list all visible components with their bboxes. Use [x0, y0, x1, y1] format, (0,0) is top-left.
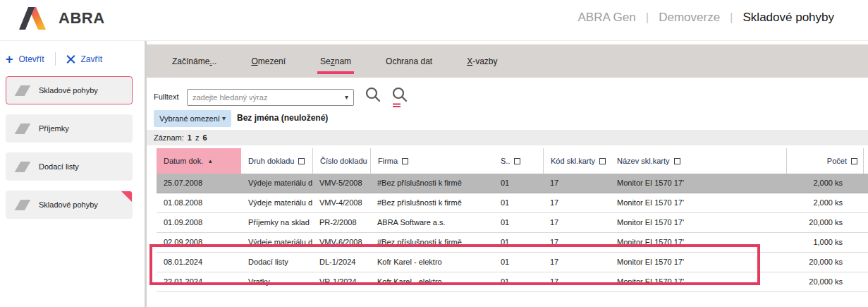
sidebar-item-prijemky[interactable]: Příjemky: [6, 114, 133, 143]
tab-seznam[interactable]: Seznam: [320, 56, 351, 66]
column-options-icon: [674, 158, 680, 164]
cell-firma: Kofr Karel - elektro: [370, 272, 494, 291]
table-row[interactable]: 25.07.2008 Výdeje materiálu do vý VMV-5/…: [157, 174, 868, 193]
sidebar-toolbar: + Otevřít Zavřít: [6, 52, 102, 66]
abra-logo-icon: [14, 7, 52, 30]
record-current: 1: [188, 133, 192, 142]
search-button[interactable]: [364, 85, 385, 108]
restriction-dropdown-button[interactable]: Vybrané omezení ▾: [154, 110, 231, 127]
sidebar-item-label: Dodací listy: [39, 162, 79, 171]
cell-datum-dok: 02.09.2008: [157, 233, 241, 252]
sort-asc-icon: ▲: [207, 158, 213, 164]
cell-firma: #Bez příslušnosti k firmě: [370, 233, 494, 252]
column-options-icon: [599, 158, 606, 164]
cell-druh-dokladu: Příjemky na sklad: [241, 213, 312, 232]
cell-sklad: 01: [494, 174, 543, 193]
table-row[interactable]: 01.08.2008 Výdeje materiálu do vý VMV-4/…: [157, 193, 868, 213]
tab-x-vazby[interactable]: X-vazby: [467, 56, 497, 66]
column-header-pocet[interactable]: Počet: [786, 148, 864, 174]
parallelogram-icon: [15, 200, 31, 210]
search-underline-icon: [391, 85, 409, 107]
fulltext-placeholder: zadejte hledaný výraz: [192, 93, 267, 102]
chevron-down-icon: ▾: [345, 94, 348, 101]
column-header-s[interactable]: S..: [494, 148, 543, 174]
open-button-label: Otevřít: [19, 54, 44, 64]
cell-nazev-skl-karty: Monitor EI 1570 17': [610, 253, 786, 272]
cell-druh-dokladu: Výdeje materiálu do vý: [241, 233, 312, 252]
cell-pocet: 20,000 ks: [786, 272, 868, 291]
cell-firma: ABRA Software a.s.: [370, 213, 494, 232]
cell-firma: #Bez příslušnosti k firmě: [370, 174, 494, 193]
cell-nazev-skl-karty: Monitor EI 1570 17': [610, 193, 786, 212]
plus-icon: +: [6, 55, 13, 64]
chevron-down-icon: ▾: [222, 115, 226, 122]
environment-label: Demoverze: [659, 11, 720, 25]
restriction-button-label: Vybrané omezení: [159, 114, 220, 123]
cell-cislo-dokladu: VMV-5/2008: [312, 174, 370, 193]
fulltext-label: Fulltext: [154, 92, 178, 101]
cell-kod-skl-karty: 17: [543, 213, 610, 232]
cell-datum-dok: 25.07.2008: [157, 174, 241, 193]
fulltext-input[interactable]: zadejte hledaný výraz ▾: [187, 89, 354, 106]
cell-sklad: 01: [494, 193, 543, 212]
parallelogram-icon: [15, 124, 31, 134]
sidebar-item-label: Skladové pohyby: [39, 86, 98, 95]
cell-firma: #Bez příslušnosti k firmě: [370, 193, 494, 212]
column-options-icon: [851, 158, 857, 164]
column-header-nazev-skl-karty[interactable]: Název skl.karty: [610, 148, 786, 174]
cell-datum-dok: 08.01.2024: [157, 253, 241, 272]
table-header: Datum dok. ▲ Druh dokladu Číslo dokladu …: [157, 148, 864, 174]
parallelogram-icon: [15, 162, 31, 172]
cell-pocet: 1,000 ks: [786, 233, 868, 252]
close-button-label: Zavřít: [81, 54, 103, 64]
sidebar-item-skladove-pohyby[interactable]: Skladové pohyby: [6, 76, 133, 104]
abra-logo: ABRA: [14, 7, 105, 30]
cell-cislo-dokladu: VMV-4/2008: [312, 193, 370, 212]
cell-kod-skl-karty: 17: [543, 174, 610, 193]
app-header: ABRA ABRA Gen | Demoverze | Skladové poh…: [0, 0, 868, 41]
app-name-label: ABRA Gen: [578, 11, 636, 25]
fulltext-search-button[interactable]: [391, 85, 412, 108]
breadcrumb-separator: |: [730, 11, 733, 25]
table-row[interactable]: 22.01.2024 Vratky VR-1/2024 Kofr Karel -…: [157, 272, 868, 292]
page-title: Skladové pohyby: [743, 11, 834, 25]
cell-druh-dokladu: Výdeje materiálu do vý: [241, 193, 312, 212]
cell-kod-skl-karty: 17: [543, 253, 610, 272]
tab-bar: Začínáme... Omezení Seznam Ochrana dat X…: [147, 44, 868, 78]
tab-omezeni[interactable]: Omezení: [251, 56, 286, 66]
tab-ochrana-dat[interactable]: Ochrana dat: [386, 56, 432, 66]
column-header-druh-dokladu[interactable]: Druh dokladu: [241, 148, 312, 174]
cell-datum-dok: 22.01.2024: [157, 272, 241, 291]
column-header-cislo-dokladu[interactable]: Číslo dokladu: [312, 148, 370, 174]
table-row[interactable]: 01.09.2008 Příjemky na sklad PR-2/2008 A…: [157, 213, 868, 233]
sidebar-item-skladove-pohyby-2[interactable]: Skladové pohyby: [6, 191, 133, 219]
column-header-firma[interactable]: Firma: [370, 148, 494, 174]
sidebar: + Otevřít Zavřít Skladové pohyby Příjemk…: [0, 41, 145, 307]
sidebar-item-label: Příjemky: [39, 124, 69, 133]
tab-zaciname[interactable]: Začínáme...: [172, 56, 216, 66]
cell-sklad: 01: [494, 253, 543, 272]
table-body: 25.07.2008 Výdeje materiálu do vý VMV-5/…: [157, 174, 868, 292]
cell-druh-dokladu: Výdeje materiálu do vý: [241, 174, 312, 193]
cell-druh-dokladu: Vratky: [241, 272, 312, 291]
column-options-icon: [514, 158, 520, 164]
sidebar-item-dodaci-listy[interactable]: Dodací listy: [6, 152, 133, 181]
cell-pocet: 2,000 ks: [786, 193, 868, 212]
table-row[interactable]: 02.09.2008 Výdeje materiálu do vý VMV-6/…: [157, 233, 868, 253]
cell-nazev-skl-karty: Monitor EI 1570 17': [610, 233, 786, 252]
cell-pocet: 20,000 ks: [786, 213, 868, 232]
app-window: ABRA ABRA Gen | Demoverze | Skladové poh…: [0, 0, 868, 307]
open-button[interactable]: + Otevřít: [6, 54, 44, 64]
column-header-datum-dok[interactable]: Datum dok. ▲: [157, 148, 241, 174]
column-header-kod-skl-karty[interactable]: Kód skl.karty: [543, 148, 610, 174]
record-label: Záznam:: [154, 133, 184, 142]
column-options-icon: [298, 158, 305, 164]
table-row[interactable]: 08.01.2024 Dodací listy DL-1/2024 Kofr K…: [157, 253, 868, 272]
close-icon: [66, 54, 75, 64]
record-counter: Záznam: 1 z 6: [147, 130, 868, 145]
sidebar-content-divider: [145, 41, 147, 307]
cell-druh-dokladu: Dodací listy: [241, 253, 312, 272]
sidebar-item-label: Skladové pohyby: [39, 200, 98, 209]
cell-datum-dok: 01.08.2008: [157, 193, 241, 212]
close-button[interactable]: Zavřít: [66, 54, 103, 64]
